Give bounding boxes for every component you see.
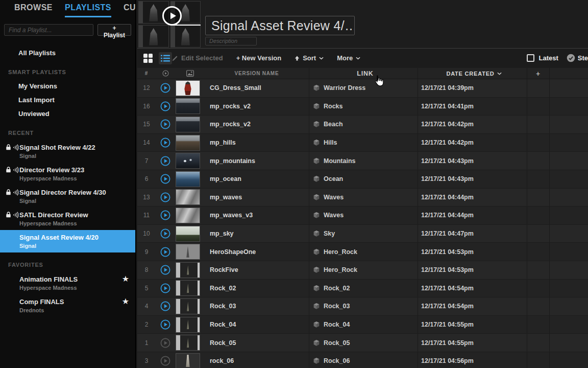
new-playlist-button[interactable]: + Playlist — [97, 24, 131, 36]
version-link[interactable]: Hero_Rock — [309, 261, 418, 279]
version-link[interactable]: Hills — [309, 134, 418, 152]
play-version-button[interactable] — [160, 247, 170, 257]
version-thumbnail[interactable] — [176, 335, 200, 351]
version-thumbnail[interactable] — [176, 226, 200, 242]
more-button[interactable]: More — [337, 54, 360, 62]
favorite-star-icon[interactable]: ★ — [122, 275, 129, 283]
play-version-button[interactable] — [160, 356, 170, 366]
version-row[interactable]: 13 mp_waves — [137, 189, 588, 207]
column-header-link[interactable]: LINK — [309, 68, 418, 79]
play-version-button[interactable] — [160, 192, 170, 202]
play-version-button[interactable] — [160, 319, 170, 330]
version-row[interactable]: 14 mp_hills — [137, 134, 588, 152]
play-version-button[interactable] — [160, 101, 170, 111]
play-version-button[interactable] — [160, 137, 170, 148]
play-version-button[interactable] — [160, 338, 170, 348]
version-row[interactable]: 6 mp_ocean — [137, 170, 588, 189]
version-thumbnail[interactable] — [176, 317, 200, 333]
sidebar-tab[interactable]: BROWSE — [14, 3, 53, 17]
status-filter-button[interactable]: Ste — [567, 54, 588, 62]
play-version-button[interactable] — [160, 301, 170, 311]
recent-playlist-item[interactable]: Signal Shot Review 4/22 Signal — [0, 140, 135, 163]
smart-playlist-item[interactable]: My Versions — [0, 79, 135, 93]
version-link[interactable]: Warrior Dress — [309, 79, 418, 97]
version-row[interactable]: 8 RockFive — [137, 261, 588, 280]
play-version-button[interactable] — [160, 156, 170, 166]
latest-checkbox[interactable] — [527, 54, 534, 62]
smart-playlist-item[interactable]: Last Import — [0, 93, 135, 107]
version-thumbnail[interactable] — [176, 298, 200, 314]
play-version-button[interactable] — [160, 283, 170, 293]
edit-selected-button[interactable]: Edit Selected — [172, 54, 223, 62]
version-thumbnail[interactable] — [176, 80, 200, 96]
version-thumbnail[interactable] — [176, 153, 200, 169]
sidebar-tab[interactable]: PLAYLISTS — [65, 3, 111, 17]
version-link[interactable]: Rock_06 — [309, 352, 418, 368]
version-link[interactable]: Rock_02 — [309, 280, 418, 297]
column-header-thumbnail[interactable] — [175, 68, 205, 79]
list-view-button[interactable] — [159, 52, 172, 64]
version-row[interactable]: 9 HeroShapeOne — [137, 243, 588, 261]
favorite-playlist-item[interactable]: Comp FINALS Drednots ★ — [0, 294, 135, 317]
playlist-title-field[interactable]: Signal Asset Review 4/… — [205, 16, 355, 35]
version-row[interactable]: 2 Rock_04 — [137, 316, 588, 334]
version-row[interactable]: 7 mp_mountains — [137, 152, 588, 170]
new-version-button[interactable]: + New Version — [236, 54, 282, 62]
version-thumbnail[interactable] — [176, 208, 200, 223]
version-row[interactable]: 11 mp_waves_v3 — [137, 206, 588, 225]
column-header-version-name[interactable]: VERSION NAME — [205, 68, 309, 79]
playlist-search-input[interactable] — [4, 24, 93, 36]
version-thumbnail[interactable] — [176, 189, 200, 205]
version-thumbnail[interactable] — [176, 171, 200, 187]
column-header-number[interactable]: # — [137, 68, 156, 79]
version-row[interactable]: 4 Rock_03 — [137, 297, 588, 316]
add-column-button[interactable]: + — [527, 68, 549, 79]
version-thumbnail[interactable] — [176, 135, 200, 151]
version-link[interactable]: Rock_03 — [309, 297, 418, 315]
play-version-button[interactable] — [160, 265, 170, 275]
version-link[interactable]: Beach — [309, 116, 418, 133]
version-thumbnail[interactable] — [176, 353, 200, 368]
play-playlist-button[interactable] — [162, 6, 182, 26]
version-link[interactable]: Rock_04 — [309, 316, 418, 334]
recent-playlist-item[interactable]: SATL Director Review Hyperspace Madness — [0, 208, 135, 230]
version-link[interactable]: Rocks — [309, 98, 418, 116]
version-row[interactable]: 3 rock_06 — [137, 352, 588, 368]
version-row[interactable]: 1 Rock_05 — [137, 334, 588, 352]
play-version-button[interactable] — [160, 119, 170, 129]
version-link[interactable]: Mountains — [309, 152, 418, 170]
version-row[interactable]: 12 CG_Dress_Small — [137, 79, 588, 98]
version-link[interactable]: Hero_Rock — [309, 243, 418, 261]
playlist-description-field[interactable]: Description — [205, 37, 257, 45]
play-version-button[interactable] — [160, 210, 170, 220]
column-header-date-created[interactable]: DATE CREATED — [418, 68, 527, 79]
recent-playlist-item[interactable]: Signal Director Review 4/30 Signal — [0, 185, 135, 208]
recent-playlist-item[interactable]: Signal Asset Review 4/20 Signal — [0, 230, 135, 252]
version-thumbnail[interactable] — [176, 280, 200, 296]
version-thumbnail[interactable] — [176, 262, 200, 278]
column-header-play[interactable] — [156, 68, 175, 79]
version-row[interactable]: 10 mp_sky — [137, 225, 588, 243]
version-thumbnail[interactable] — [176, 98, 200, 114]
version-row[interactable]: 5 Rock_02 — [137, 280, 588, 298]
version-thumbnail[interactable] — [176, 117, 200, 132]
version-thumbnail[interactable] — [176, 244, 200, 260]
sidebar-tab[interactable]: CUTS — [124, 3, 136, 17]
version-row[interactable]: 15 mp_rocks_v2 — [137, 116, 588, 134]
playlist-preview[interactable] — [138, 1, 201, 48]
version-link[interactable]: Rock_05 — [309, 334, 418, 352]
play-version-button[interactable] — [160, 83, 170, 93]
favorite-playlist-item[interactable]: Animation FINALS Hyperspace Madness ★ — [0, 272, 135, 294]
version-link[interactable]: Sky — [309, 225, 418, 243]
grid-view-button[interactable] — [141, 52, 155, 64]
smart-playlist-item[interactable]: Unviewed — [0, 107, 135, 121]
sidebar-item-all-playlists[interactable]: All Playlists — [0, 46, 135, 60]
play-version-button[interactable] — [160, 174, 170, 184]
favorite-star-icon[interactable]: ★ — [122, 298, 129, 305]
play-version-button[interactable] — [160, 228, 170, 239]
sort-button[interactable]: Sort — [295, 54, 324, 62]
version-link[interactable]: Waves — [309, 206, 418, 224]
version-row[interactable]: 16 mp_rocks_v2 — [137, 98, 588, 116]
recent-playlist-item[interactable]: Director Review 3/23 Hyperspace Madness — [0, 163, 135, 185]
version-link[interactable]: Ocean — [309, 170, 418, 188]
